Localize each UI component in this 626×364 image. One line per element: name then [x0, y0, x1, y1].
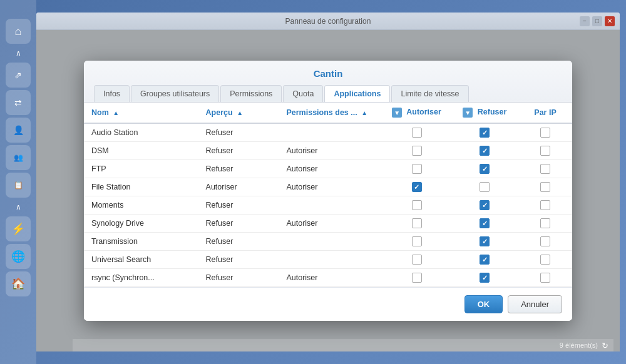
checkbox-parip[interactable]	[540, 273, 550, 283]
cell-parip	[518, 251, 572, 269]
cell-parip	[518, 196, 572, 215]
checkbox-wrap-refuser	[459, 236, 511, 246]
checkbox-refuser[interactable]	[480, 164, 490, 174]
cell-parip	[518, 142, 572, 160]
tab-infos[interactable]: Infos	[94, 85, 130, 102]
cell-autoriser	[382, 251, 451, 269]
filter-icon-refuser: ▼	[463, 108, 473, 118]
cell-permissions	[279, 196, 382, 215]
sidebar-chevron-up2[interactable]: ∧	[13, 200, 24, 214]
checkbox-wrap-parip	[526, 146, 565, 156]
sidebar-icon-plugin[interactable]: ⚡	[6, 216, 31, 241]
cell-nom: Moments	[84, 196, 198, 215]
checkbox-parip[interactable]	[540, 218, 550, 228]
table-row: FTPRefuserAutoriser	[84, 160, 572, 178]
checkbox-autoriser[interactable]	[412, 200, 422, 210]
sidebar: ⌂ ∧ ⇗ ⇄ 👤 👥 📋 ∧ ⚡ 🌐 🏠	[0, 0, 36, 364]
col-header-permissions[interactable]: Permissions des ... ▲	[279, 103, 382, 123]
tab-quota[interactable]: Quota	[283, 85, 323, 102]
checkbox-wrap-parip	[526, 255, 565, 265]
checkbox-autoriser[interactable]	[412, 236, 422, 246]
checkbox-autoriser[interactable]	[412, 255, 422, 265]
sidebar-icon-switch[interactable]: ⇄	[6, 90, 31, 115]
checkbox-autoriser[interactable]	[412, 182, 422, 192]
cancel-button[interactable]: Annuler	[508, 295, 562, 313]
col-header-refuser[interactable]: ▼ Refuser	[451, 103, 518, 123]
sidebar-chevron-up[interactable]: ∧	[13, 46, 24, 60]
checkbox-refuser[interactable]	[480, 146, 490, 156]
cell-refuser	[451, 178, 518, 196]
checkbox-wrap-refuser	[459, 273, 511, 283]
checkbox-refuser[interactable]	[480, 218, 490, 228]
checkbox-wrap-refuser	[459, 164, 511, 174]
checkbox-refuser[interactable]	[480, 182, 490, 192]
checkbox-wrap-autoriser	[389, 164, 443, 174]
tab-groupes[interactable]: Groupes utilisateurs	[131, 85, 219, 102]
checkbox-refuser[interactable]	[480, 273, 490, 283]
tab-applications[interactable]: Applications	[324, 85, 390, 102]
maximize-button[interactable]: □	[592, 16, 602, 26]
cell-apercu: Autoriser	[198, 178, 279, 196]
col-header-parip[interactable]: Par IP	[518, 103, 572, 123]
cell-apercu: Refuser	[198, 142, 279, 160]
cell-parip	[518, 160, 572, 178]
col-header-apercu[interactable]: Aperçu ▲	[198, 103, 279, 123]
checkbox-autoriser[interactable]	[412, 273, 422, 283]
checkbox-autoriser[interactable]	[412, 164, 422, 174]
checkbox-autoriser[interactable]	[412, 218, 422, 228]
cell-refuser	[451, 215, 518, 233]
col-header-autoriser[interactable]: ▼ Autoriser	[382, 103, 451, 123]
checkbox-parip[interactable]	[540, 128, 550, 138]
applications-table: Nom ▲ Aperçu ▲ Permissions des ... ▲	[84, 103, 572, 287]
cell-refuser	[451, 123, 518, 142]
checkbox-refuser[interactable]	[480, 200, 490, 210]
col-header-nom[interactable]: Nom ▲	[84, 103, 198, 123]
cell-nom: DSM	[84, 142, 198, 160]
cell-permissions: Autoriser	[279, 215, 382, 233]
sidebar-icon-house[interactable]: 🏠	[6, 271, 31, 296]
checkbox-parip[interactable]	[540, 164, 550, 174]
status-text: 9 élément(s)	[560, 341, 598, 349]
checkbox-parip[interactable]	[540, 255, 550, 265]
checkbox-wrap-autoriser	[389, 236, 443, 246]
ok-button[interactable]: OK	[464, 295, 503, 313]
checkbox-wrap-parip	[526, 200, 565, 210]
checkbox-autoriser[interactable]	[412, 128, 422, 138]
cell-apercu: Refuser	[198, 251, 279, 269]
tab-permissions[interactable]: Permissions	[220, 85, 282, 102]
cell-parip	[518, 123, 572, 142]
minimize-button[interactable]: −	[580, 16, 590, 26]
checkbox-refuser[interactable]	[480, 236, 490, 246]
checkbox-wrap-parip	[526, 182, 565, 192]
checkbox-parip[interactable]	[540, 182, 550, 192]
checkbox-refuser[interactable]	[480, 255, 490, 265]
cell-refuser	[451, 196, 518, 215]
refresh-icon[interactable]: ↻	[602, 341, 608, 350]
checkbox-autoriser[interactable]	[412, 146, 422, 156]
sidebar-icon-globe[interactable]: 🌐	[6, 244, 31, 269]
title-bar: Panneau de configuration − □ ✕	[36, 13, 620, 30]
cell-apercu: Refuser	[198, 123, 279, 142]
sidebar-icon-users[interactable]: 👥	[6, 145, 31, 170]
checkbox-wrap-parip	[526, 164, 565, 174]
sidebar-icon-user[interactable]: 👤	[6, 118, 31, 143]
sidebar-icon-home[interactable]: ⌂	[6, 19, 31, 44]
sidebar-icon-group[interactable]: 📋	[6, 173, 31, 198]
close-button[interactable]: ✕	[605, 16, 615, 26]
checkbox-parip[interactable]	[540, 200, 550, 210]
dialog-title: Cantin	[94, 68, 562, 79]
sidebar-icon-share[interactable]: ⇗	[6, 63, 31, 88]
checkbox-wrap-parip	[526, 218, 565, 228]
checkbox-wrap-refuser	[459, 182, 511, 192]
cell-autoriser	[382, 142, 451, 160]
cell-autoriser	[382, 160, 451, 178]
tab-limite[interactable]: Limite de vitesse	[391, 85, 468, 102]
checkbox-parip[interactable]	[540, 236, 550, 246]
cell-permissions: Autoriser	[279, 160, 382, 178]
checkbox-refuser[interactable]	[480, 128, 490, 138]
checkbox-parip[interactable]	[540, 146, 550, 156]
checkbox-wrap-autoriser	[389, 146, 443, 156]
cell-nom: Audio Station	[84, 123, 198, 142]
filter-icon-autoriser: ▼	[392, 108, 402, 118]
cell-refuser	[451, 160, 518, 178]
